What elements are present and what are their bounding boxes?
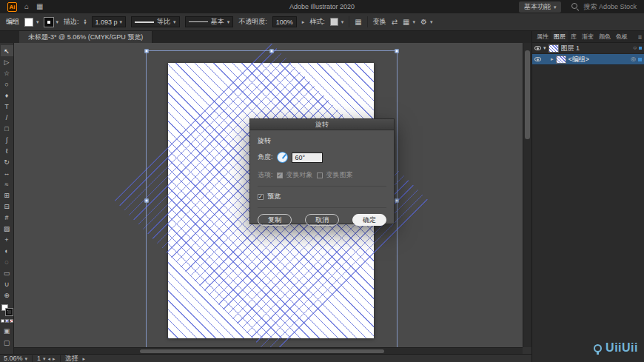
vertical-scrollbar-thumb[interactable] [525,50,530,139]
draw-mode-icon[interactable]: ▣ [4,327,10,335]
selection-indicator[interactable] [638,58,642,61]
rectangle-tool[interactable]: □ [1,123,13,134]
tab-gradient[interactable]: 渐变 [580,31,596,42]
layer-name[interactable]: 图层 1 [561,44,580,53]
eyedropper-tool[interactable]: + [1,234,13,245]
layer-name[interactable]: <编组> [568,55,590,64]
chevron-down-icon[interactable] [43,356,46,361]
color-icon[interactable] [1,319,4,323]
layer-thumbnail[interactable] [556,56,566,64]
pencil-tool[interactable]: ℓ [1,145,13,156]
stroke-swatch[interactable] [44,18,53,27]
copy-button[interactable]: 复制 [258,214,292,226]
panel-menu-icon[interactable]: ≡ [638,33,642,41]
home-icon[interactable]: ⌂ [24,3,29,10]
tab-libraries[interactable]: 库 [568,31,579,42]
brush-definition[interactable]: 基本 [185,16,234,27]
document-setup-icon[interactable]: ▦ [355,19,361,26]
chevron-down-icon[interactable] [56,19,59,24]
chevron-right-icon[interactable]: ▸ [551,56,554,62]
mesh-tool[interactable]: # [1,212,13,223]
tab-color[interactable]: 颜色 [597,31,613,42]
preview-checkbox[interactable] [258,194,264,200]
paintbrush-tool[interactable]: ∫ [1,134,13,145]
chevron-down-icon[interactable] [173,19,176,24]
align-control[interactable]: ▦ [403,19,415,26]
selection-handle[interactable] [145,50,149,53]
layer-row[interactable]: ▾ 图层 1 ○ [532,43,644,54]
previous-artboard-icon[interactable] [48,356,51,361]
symbol-sprayer-tool[interactable]: ◌ [1,256,13,267]
zoom-tool[interactable]: ⊕ [1,289,13,301]
angle-dial-icon[interactable] [277,152,288,163]
stroke-indicator[interactable] [6,309,13,315]
chevron-down-icon[interactable] [120,19,123,24]
layer-thumbnail[interactable] [549,44,559,53]
dialog-titlebar[interactable]: 旋转 [250,119,394,130]
chevron-right-icon[interactable] [302,19,305,24]
gradient-icon[interactable] [5,319,9,323]
shuffle-icon[interactable]: ⇄ [392,19,398,26]
horizontal-scrollbar[interactable] [14,347,523,354]
next-artboard-icon[interactable] [53,356,56,361]
selection-handle[interactable] [395,50,399,53]
selection-indicator[interactable] [639,47,642,50]
selection-handle[interactable] [395,199,399,203]
vertical-scrollbar[interactable] [523,43,531,347]
chevron-right-icon[interactable] [83,356,86,361]
zoom-control[interactable]: 5.06% [4,355,27,362]
target-circle-icon[interactable]: ◎ [631,56,636,62]
rotate-tool[interactable]: ↻ [1,156,13,167]
graphic-style-control[interactable] [330,18,344,26]
target-circle-icon[interactable]: ○ [633,45,637,51]
transform-label[interactable]: 变换 [373,17,386,27]
fill-stroke-indicator[interactable] [1,304,13,315]
stroke-width-stepper[interactable]: ▴▾ [84,19,87,24]
chevron-down-icon[interactable] [430,19,433,24]
chevron-down-icon[interactable] [25,356,28,361]
stroke-color-control[interactable] [44,18,59,27]
document-tab[interactable]: 未标题-3* @ 5.06% (CMYK/GPU 预览) [19,31,152,43]
artboard-navigation[interactable]: 1 [37,355,56,362]
screen-mode-icon[interactable]: ▢ [4,339,10,346]
stroke-width-value[interactable]: 1.093 p [92,16,127,27]
workspace-switcher[interactable]: 基本功能 [519,1,562,13]
opacity-value[interactable]: 100% [272,16,297,27]
tab-properties[interactable]: 属性 [534,31,551,42]
chevron-down-icon[interactable]: ▾ [543,45,546,51]
shape-builder-tool[interactable]: ⊟ [1,201,13,212]
selection-handle[interactable] [145,199,149,203]
lasso-tool[interactable]: ○ [1,78,13,90]
stock-search[interactable]: 搜索 Adobe Stock [571,2,637,12]
visibility-eye-icon[interactable] [534,57,541,61]
scale-tool[interactable]: ↔ [1,167,13,178]
hand-tool[interactable]: ∪ [1,278,13,289]
tab-swatches[interactable]: 色板 [614,31,630,42]
chevron-down-icon[interactable] [413,19,416,24]
layer-row[interactable]: ▸ <编组> ◎ [532,54,644,65]
fill-swatch[interactable] [24,18,33,27]
chevron-down-icon[interactable] [341,19,344,24]
fill-color-control[interactable] [24,18,39,27]
angle-input[interactable]: 60° [292,152,323,163]
tab-layers[interactable]: 图层 [551,31,568,42]
none-icon[interactable] [10,319,13,323]
selection-tool[interactable]: ↖ [1,45,13,56]
visibility-eye-icon[interactable] [534,46,541,50]
free-transform-tool[interactable]: ⊞ [1,190,13,201]
ok-button[interactable]: 确定 [352,214,386,226]
transform-objects-checkbox[interactable] [277,172,283,178]
pen-tool[interactable]: ♦ [1,90,13,101]
gradient-tool[interactable]: ▨ [1,223,13,234]
selection-handle[interactable] [270,50,274,53]
arrange-documents-icon[interactable]: ▦ [36,3,43,10]
horizontal-scrollbar-thumb[interactable] [140,349,384,353]
line-segment-tool[interactable]: / [1,112,13,123]
magic-wand-tool[interactable]: ☆ [1,67,13,78]
settings-control[interactable]: ⚙ [420,19,432,26]
cancel-button[interactable]: 取消 [305,214,339,226]
blend-tool[interactable]: ◐ [1,245,13,256]
transform-patterns-checkbox[interactable] [317,172,323,178]
direct-selection-tool[interactable]: ▷ [1,56,13,67]
variable-width-profile[interactable]: 等比 [131,16,180,27]
